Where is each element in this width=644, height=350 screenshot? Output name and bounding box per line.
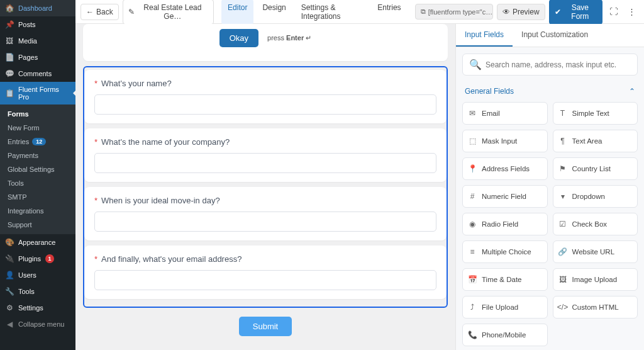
- sidebar-sub-smtp[interactable]: SMTP: [0, 190, 75, 204]
- fullscreen-button[interactable]: ⛶: [606, 4, 621, 20]
- radio-icon: ◉: [468, 220, 477, 229]
- field-mask-input[interactable]: ⬚Mask Input: [462, 130, 548, 152]
- check-icon: ✔: [555, 8, 561, 16]
- field-image-upload[interactable]: 🖼Image Upload: [553, 268, 638, 291]
- field-website-url[interactable]: 🔗Website URL: [553, 240, 638, 263]
- save-button[interactable]: ✔Save Form: [549, 0, 602, 25]
- comment-icon: 💬: [5, 69, 14, 78]
- field-simple-text[interactable]: TSimple Text: [553, 102, 638, 125]
- sidebar-collapse[interactable]: ◀Collapse menu: [0, 316, 75, 332]
- chevron-up-icon: ⌃: [629, 87, 635, 96]
- tab-design[interactable]: Design: [256, 0, 292, 25]
- sidebar-item-users[interactable]: 👤Users: [0, 267, 75, 283]
- field-custom-html[interactable]: </>Custom HTML: [553, 296, 638, 319]
- dropdown-icon: ▾: [558, 192, 567, 201]
- field-file-upload[interactable]: ⤴File Upload: [462, 296, 548, 319]
- sidebar-item-plugins[interactable]: 🔌Plugins1: [0, 251, 75, 267]
- copy-icon: ⧉: [421, 8, 426, 16]
- more-vert-icon: ⋮: [628, 7, 636, 16]
- field-numeric[interactable]: #Numeric Field: [462, 185, 548, 208]
- sidebar-sub-integrations[interactable]: Integrations: [0, 204, 75, 218]
- field-time-date[interactable]: 📅Time & Date: [462, 268, 548, 291]
- sidebar-sub-entries[interactable]: Entries12: [0, 135, 75, 149]
- pin-icon: 📌: [5, 20, 14, 29]
- okay-button[interactable]: Okay: [219, 29, 258, 47]
- sidebar-label: Media: [18, 37, 37, 45]
- right-panel: Input Fields Input Customization 🔍 Gener…: [455, 24, 644, 350]
- sidebar-sub-forms[interactable]: Forms: [0, 107, 75, 121]
- field-label: Simple Text: [572, 110, 609, 117]
- sidebar-item-appearance[interactable]: 🎨Appearance: [0, 234, 75, 251]
- field-address[interactable]: 📍Address Fields: [462, 157, 548, 180]
- field-phone[interactable]: 📞Phone/Mobile: [462, 324, 548, 346]
- email-input[interactable]: [94, 270, 436, 290]
- tab-settings[interactable]: Settings & Integrations: [295, 0, 369, 25]
- section-general-fields[interactable]: General Fields ⌃: [462, 83, 638, 102]
- rp-tab-customization[interactable]: Input Customization: [513, 24, 597, 47]
- sidebar-item-dashboard[interactable]: 🏠Dashboard: [0, 0, 75, 16]
- form-title-button[interactable]: ✎Real Estate Lead Ge…: [123, 0, 214, 25]
- field-label: Custom HTML: [572, 303, 619, 311]
- intro-card[interactable]: Okay press Enter ↵: [83, 24, 448, 61]
- field-label: Radio Field: [482, 220, 518, 228]
- submenu-label: Forms: [8, 110, 29, 118]
- sidebar-item-pages[interactable]: 📄Pages: [0, 49, 75, 65]
- field-label: Phone/Mobile: [482, 331, 526, 339]
- sidebar-sub-payments[interactable]: Payments: [0, 149, 75, 162]
- image-icon: 🖼: [558, 275, 567, 284]
- field-label: Text Area: [572, 137, 602, 145]
- sidebar-sub-newform[interactable]: New Form: [0, 121, 75, 135]
- sidebar-item-posts[interactable]: 📌Posts: [0, 16, 75, 33]
- upload-icon: ⤴: [468, 303, 477, 312]
- sidebar-label: Dashboard: [18, 4, 52, 12]
- name-input[interactable]: [94, 94, 436, 115]
- rightpanel-tabs: Input Fields Input Customization: [456, 24, 644, 47]
- sidebar-item-tools[interactable]: 🔧Tools: [0, 283, 75, 300]
- more-menu-button[interactable]: ⋮: [625, 4, 639, 20]
- sidebar-sub-tools[interactable]: Tools: [0, 176, 75, 190]
- sidebar-label: Users: [18, 271, 36, 279]
- question-card-company[interactable]: *What's the name of your company?: [84, 128, 447, 182]
- field-search[interactable]: 🔍: [462, 54, 638, 76]
- question-card-movein[interactable]: *When is your ideal move-in day?: [84, 187, 447, 240]
- company-input[interactable]: [94, 153, 436, 173]
- field-dropdown[interactable]: ▾Dropdown: [553, 185, 638, 208]
- sidebar-sub-support[interactable]: Support: [0, 218, 75, 232]
- field-label: Numeric Field: [482, 193, 526, 200]
- field-search-input[interactable]: [486, 60, 631, 69]
- field-multiple-choice[interactable]: ≡Multiple Choice: [462, 240, 548, 263]
- field-radio[interactable]: ◉Radio Field: [462, 213, 548, 235]
- field-textarea[interactable]: ¶Text Area: [553, 130, 638, 152]
- topbar: ←Back ✎Real Estate Lead Ge… Editor Desig…: [75, 0, 644, 24]
- plugin-icon: 🔌: [5, 254, 14, 263]
- tab-editor[interactable]: Editor: [221, 0, 253, 25]
- sidebar-label: Appearance: [18, 239, 55, 246]
- field-email[interactable]: ✉Email: [462, 102, 548, 125]
- field-country[interactable]: ⚑Country List: [553, 157, 638, 180]
- question-label: *And finally, what's your email address?: [94, 254, 436, 264]
- question-card-name[interactable]: *What's your name?: [84, 70, 447, 123]
- movein-input[interactable]: [94, 212, 436, 232]
- preview-button[interactable]: 👁Preview: [497, 4, 545, 20]
- submenu-label: Integrations: [8, 207, 43, 215]
- editor-body: Okay press Enter ↵ *What's your name? *W…: [75, 24, 644, 350]
- preview-label: Preview: [513, 8, 540, 16]
- field-checkbox[interactable]: ☑Check Box: [553, 213, 638, 235]
- question-label: *What's the name of your company?: [94, 137, 436, 147]
- sidebar-item-comments[interactable]: 💬Comments: [0, 65, 75, 82]
- sidebar-item-fluent-forms[interactable]: 📋Fluent Forms Pro: [0, 82, 75, 104]
- submit-button[interactable]: Submit: [239, 317, 292, 336]
- shortcode-display[interactable]: ⧉[fluentform type="c…: [415, 4, 493, 20]
- rp-tab-input-fields[interactable]: Input Fields: [456, 24, 513, 47]
- sidebar-sub-globalsettings[interactable]: Global Settings: [0, 162, 75, 176]
- back-button[interactable]: ←Back: [80, 4, 119, 20]
- sidebar-label: Settings: [18, 304, 43, 312]
- sidebar-item-settings[interactable]: ⚙Settings: [0, 300, 75, 316]
- tab-entries[interactable]: Entries: [371, 0, 407, 25]
- text-icon: T: [558, 109, 567, 118]
- appearance-icon: 🎨: [5, 238, 14, 247]
- question-card-email[interactable]: *And finally, what's your email address?: [84, 246, 447, 299]
- sidebar-item-media[interactable]: 🖼Media: [0, 33, 75, 49]
- fullscreen-icon: ⛶: [609, 7, 618, 16]
- sidebar-label: Plugins: [18, 255, 41, 262]
